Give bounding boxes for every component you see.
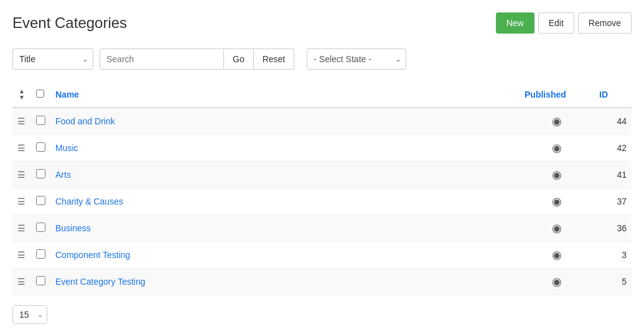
drag-handle[interactable]: ☰ — [12, 135, 31, 162]
state-select[interactable]: - Select State - Published Unpublished — [307, 48, 406, 70]
row-checkbox[interactable] — [36, 169, 45, 178]
published-icon: ◉ — [525, 195, 589, 208]
row-name-cell: Charity & Causes — [50, 188, 520, 215]
row-checkbox-cell — [31, 135, 50, 162]
select-all-checkbox[interactable] — [36, 90, 44, 98]
row-name-link[interactable]: Component Testing — [55, 250, 130, 260]
row-published-cell: ◉ — [520, 269, 594, 295]
row-name-cell: Business — [50, 215, 520, 242]
published-icon: ◉ — [525, 221, 589, 235]
row-published-cell: ◉ — [520, 108, 594, 135]
row-published-cell: ◉ — [520, 162, 594, 188]
id-column-header: ID — [594, 82, 632, 108]
published-icon: ◉ — [525, 168, 589, 182]
page-title: Event Categories — [12, 14, 127, 32]
published-column-header: Published — [520, 82, 594, 108]
select-all-header — [31, 82, 50, 108]
name-column-header: Name — [50, 82, 520, 108]
row-checkbox-cell — [31, 188, 50, 215]
sort-down-icon: ▼ — [19, 95, 25, 101]
row-name-cell: Arts — [50, 162, 520, 188]
row-checkbox[interactable] — [36, 116, 45, 125]
table-row: ☰ Charity & Causes ◉ 37 — [12, 188, 632, 215]
pagination-bar: 15 25 50 ⌄ — [12, 305, 632, 324]
per-page-select[interactable]: 15 25 50 — [13, 306, 47, 323]
drag-icon: ☰ — [17, 143, 26, 153]
row-checkbox[interactable] — [36, 142, 45, 152]
page-header: Event Categories New Edit Remove — [12, 12, 632, 34]
table-body: ☰ Food and Drink ◉ 44 ☰ Music ◉ — [12, 108, 632, 295]
categories-table: ▲ ▼ Name Published ID ☰ Food and Drink — [12, 82, 632, 295]
row-id-cell: 36 — [594, 215, 632, 242]
header-buttons: New Edit Remove — [496, 12, 632, 34]
row-id-cell: 37 — [594, 188, 632, 215]
drag-handle[interactable]: ☰ — [12, 108, 31, 135]
drag-icon: ☰ — [17, 277, 26, 287]
row-checkbox[interactable] — [36, 276, 45, 285]
drag-icon: ☰ — [17, 196, 26, 206]
published-icon: ◉ — [525, 141, 589, 155]
drag-icon: ☰ — [17, 116, 26, 126]
row-checkbox-cell — [31, 269, 50, 295]
table-row: ☰ Component Testing ◉ 3 — [12, 242, 632, 269]
row-id-cell: 41 — [594, 162, 632, 188]
row-checkbox[interactable] — [36, 196, 45, 205]
search-group: Go Reset — [100, 48, 294, 70]
filter-field-wrapper: Title ⌄ — [12, 48, 93, 70]
table-header: ▲ ▼ Name Published ID — [12, 82, 632, 108]
row-id-cell: 5 — [594, 269, 632, 295]
drag-icon: ☰ — [17, 223, 26, 233]
published-icon: ◉ — [525, 248, 589, 262]
row-checkbox[interactable] — [36, 223, 45, 232]
row-published-cell: ◉ — [520, 188, 594, 215]
drag-handle[interactable]: ☰ — [12, 162, 31, 188]
new-button[interactable]: New — [496, 12, 534, 34]
row-name-cell: Component Testing — [50, 242, 520, 269]
row-published-cell: ◉ — [520, 135, 594, 162]
remove-button[interactable]: Remove — [578, 12, 632, 34]
row-published-cell: ◉ — [520, 215, 594, 242]
row-name-cell: Music — [50, 135, 520, 162]
row-name-link[interactable]: Arts — [55, 170, 71, 180]
row-name-link[interactable]: Music — [55, 143, 78, 153]
drag-handle[interactable]: ☰ — [12, 215, 31, 242]
row-name-cell: Food and Drink — [50, 108, 520, 135]
row-name-link[interactable]: Business — [55, 223, 91, 233]
row-id-cell: 44 — [594, 108, 632, 135]
drag-handle[interactable]: ☰ — [12, 188, 31, 215]
table-row: ☰ Event Category Testing ◉ 5 — [12, 269, 632, 295]
row-checkbox-cell — [31, 242, 50, 269]
filter-field-select[interactable]: Title — [12, 48, 93, 70]
drag-handle[interactable]: ☰ — [12, 242, 31, 269]
row-checkbox-cell — [31, 108, 50, 135]
row-published-cell: ◉ — [520, 242, 594, 269]
published-icon: ◉ — [525, 114, 589, 128]
row-name-link[interactable]: Event Category Testing — [55, 277, 146, 287]
published-icon: ◉ — [525, 275, 589, 288]
sort-arrows[interactable]: ▲ ▼ — [17, 88, 26, 101]
row-name-link[interactable]: Charity & Causes — [55, 196, 123, 206]
go-button[interactable]: Go — [224, 48, 254, 70]
table-row: ☰ Business ◉ 36 — [12, 215, 632, 242]
row-id-cell: 42 — [594, 135, 632, 162]
table-row: ☰ Arts ◉ 41 — [12, 162, 632, 188]
state-select-wrapper: - Select State - Published Unpublished ⌄ — [307, 48, 406, 70]
table-row: ☰ Music ◉ 42 — [12, 135, 632, 162]
row-checkbox-cell — [31, 215, 50, 242]
drag-icon: ☰ — [17, 170, 26, 180]
edit-button[interactable]: Edit — [538, 12, 574, 34]
row-name-cell: Event Category Testing — [50, 269, 520, 295]
table-row: ☰ Food and Drink ◉ 44 — [12, 108, 632, 135]
drag-handle[interactable]: ☰ — [12, 269, 31, 295]
drag-icon: ☰ — [17, 250, 26, 260]
row-checkbox-cell — [31, 162, 50, 188]
row-name-link[interactable]: Food and Drink — [55, 116, 115, 126]
sort-column-header[interactable]: ▲ ▼ — [12, 82, 31, 108]
row-checkbox[interactable] — [36, 249, 45, 259]
search-input[interactable] — [100, 48, 224, 70]
toolbar: Title ⌄ Go Reset - Select State - Publis… — [12, 48, 632, 70]
row-id-cell: 3 — [594, 242, 632, 269]
reset-button[interactable]: Reset — [254, 48, 295, 70]
per-page-wrapper: 15 25 50 ⌄ — [12, 305, 47, 324]
